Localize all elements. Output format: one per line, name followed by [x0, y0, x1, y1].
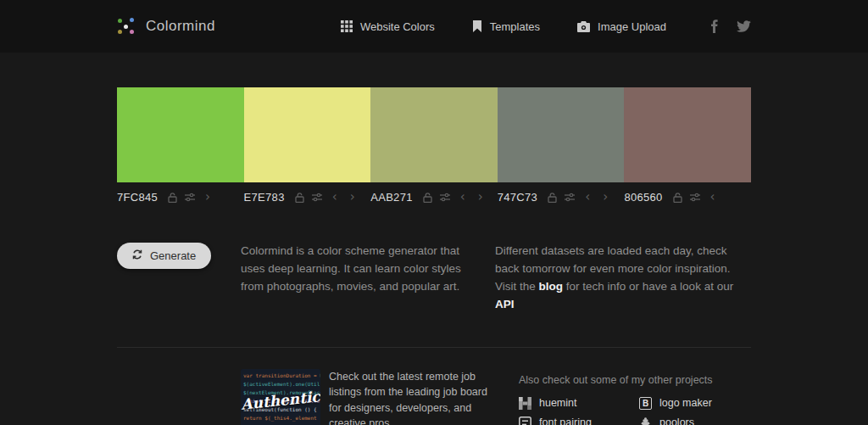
hex-value[interactable]: 7FC845 — [117, 191, 158, 204]
api-link[interactable]: API — [495, 298, 515, 310]
hex-value[interactable]: 747C73 — [498, 191, 537, 204]
other-projects: Also check out some of my other projects… — [519, 369, 760, 425]
brand-name: Colormind — [146, 18, 215, 35]
palette-controls: 7FC845 › E7E783 ‹ › AAB271 ‹ › 747C73 — [117, 191, 751, 204]
move-right-icon[interactable]: › — [476, 191, 486, 204]
nav-templates[interactable]: Templates — [472, 20, 540, 33]
camera-icon — [577, 21, 590, 32]
poolors-icon — [639, 417, 652, 425]
lock-icon[interactable] — [423, 193, 432, 203]
lock-icon[interactable] — [548, 193, 557, 203]
about-text-left: Colormind is a color scheme generator th… — [241, 243, 476, 296]
project-label: font pairing — [539, 417, 592, 425]
project-poolors[interactable]: poolors — [639, 417, 760, 425]
color-palette: 7FC845 › E7E783 ‹ › AAB271 ‹ › 747C73 — [117, 87, 751, 204]
ad-text[interactable]: Check out the latest remote job listings… — [329, 369, 495, 425]
move-left-icon[interactable]: ‹ — [458, 191, 468, 204]
ad-image[interactable]: var transitionDuration = Ut $(activeElem… — [241, 369, 320, 425]
hex-value[interactable]: AAB271 — [370, 191, 413, 204]
refresh-icon — [132, 249, 142, 262]
generate-button[interactable]: Generate — [117, 243, 211, 269]
grid-icon — [341, 20, 353, 32]
bookmark-icon — [472, 20, 482, 32]
adjust-sliders-icon[interactable] — [565, 193, 575, 202]
adjust-sliders-icon[interactable] — [690, 193, 700, 202]
move-right-icon[interactable]: › — [203, 191, 213, 204]
project-logo-maker[interactable]: B logo maker — [639, 397, 760, 410]
blog-link[interactable]: blog — [539, 280, 564, 293]
logo-maker-icon: B — [639, 397, 652, 410]
main-content: 7FC845 › E7E783 ‹ › AAB271 ‹ › 747C73 — [117, 87, 751, 425]
move-left-icon[interactable]: ‹ — [330, 191, 340, 204]
project-label: huemint — [539, 397, 576, 409]
footer: var transitionDuration = Ut $(activeElem… — [117, 369, 751, 425]
swatch-controls-1: 7FC845 › — [117, 191, 244, 204]
adjust-sliders-icon[interactable] — [185, 193, 195, 202]
hex-value[interactable]: 806560 — [624, 191, 662, 204]
color-swatch-1[interactable] — [117, 87, 244, 182]
about-right-fragment: for tech info or have a look at our — [563, 280, 733, 293]
nav-label: Templates — [490, 20, 540, 33]
about-left: Colormind is a color scheme generator th… — [241, 243, 495, 314]
twitter-icon[interactable] — [737, 20, 751, 32]
lock-icon[interactable] — [673, 193, 682, 203]
lock-icon[interactable] — [168, 193, 177, 203]
move-right-icon[interactable]: › — [600, 191, 610, 204]
nav-website-colors[interactable]: Website Colors — [341, 20, 435, 33]
project-font-pairing[interactable]: font pairing — [519, 417, 639, 425]
font-pairing-icon — [519, 417, 531, 425]
social-links — [710, 20, 751, 33]
adjust-sliders-icon[interactable] — [440, 193, 450, 202]
section-divider — [117, 347, 751, 348]
ad-copy: Check out the latest remote job listings… — [329, 369, 495, 425]
nav-label: Website Colors — [360, 20, 435, 33]
huemint-icon — [519, 397, 531, 410]
generate-column: Generate — [117, 243, 241, 314]
nav-label: Image Upload — [598, 20, 666, 33]
hex-value[interactable]: E7E783 — [244, 191, 285, 204]
move-right-icon[interactable]: › — [348, 191, 358, 204]
color-swatch-2[interactable] — [244, 87, 371, 182]
color-swatch-3[interactable] — [370, 87, 498, 182]
swatch-controls-4: 747C73 ‹ › — [498, 191, 625, 204]
adjust-sliders-icon[interactable] — [312, 193, 322, 202]
brand[interactable]: Colormind — [117, 17, 215, 36]
move-left-icon[interactable]: ‹ — [582, 191, 593, 204]
move-left-icon[interactable]: ‹ — [708, 191, 718, 204]
generate-label: Generate — [150, 249, 196, 262]
swatch-controls-5: 806560 ‹ — [624, 191, 751, 204]
about-text-right: Different datasets are loaded each day, … — [495, 243, 751, 314]
nav-image-upload[interactable]: Image Upload — [577, 20, 666, 33]
lock-icon[interactable] — [295, 193, 304, 203]
color-swatch-5[interactable] — [624, 87, 751, 182]
actions-row: Generate Colormind is a color scheme gen… — [117, 243, 751, 314]
carbon-ad[interactable]: var transitionDuration = Ut $(activeElem… — [241, 369, 495, 425]
project-huemint[interactable]: huemint — [519, 397, 639, 410]
facebook-icon[interactable] — [710, 20, 718, 33]
projects-grid: huemint B logo maker font pairing — [519, 397, 760, 425]
color-swatch-4[interactable] — [498, 87, 625, 182]
colormind-logo-icon — [117, 17, 136, 36]
swatch-controls-3: AAB271 ‹ › — [370, 191, 498, 204]
header: Colormind Website Colors Templates Image… — [0, 0, 868, 53]
swatch-controls-2: E7E783 ‹ › — [244, 191, 371, 204]
main-nav: Website Colors Templates Image Upload — [341, 20, 666, 33]
about-right: Different datasets are loaded each day, … — [495, 243, 751, 314]
projects-title: Also check out some of my other projects — [519, 374, 760, 386]
project-label: logo maker — [659, 397, 712, 409]
project-label: poolors — [659, 417, 694, 425]
swatch-row — [117, 87, 751, 182]
